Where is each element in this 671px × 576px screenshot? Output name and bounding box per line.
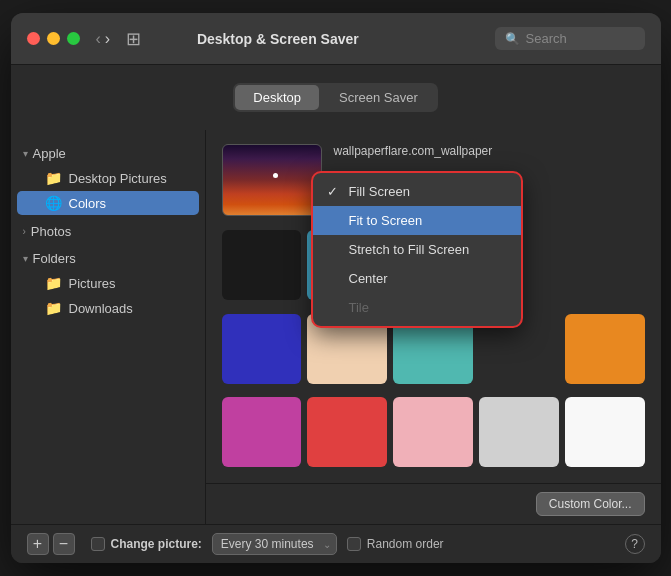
tab-wrapper: Desktop Screen Saver [233,83,437,112]
chevron-right-icon: › [23,226,26,237]
folder-icon-pictures: 📁 [45,275,62,291]
footer-bar: + − Change picture: Every 30 minutes ⌄ R… [11,524,661,563]
tab-bar: Desktop Screen Saver [11,75,661,120]
titlebar: ‹ › ⊞ Desktop & Screen Saver 🔍 Search [11,13,661,65]
position-dropdown-menu[interactable]: ✓ Fill Screen Fit to Screen Stretch to F… [312,172,522,327]
change-picture-checkbox[interactable] [91,537,105,551]
swatch-11[interactable] [479,397,559,467]
preview-dot [273,173,278,178]
chevron-down-icon: ▾ [23,148,28,159]
footer-left: + − [27,533,75,555]
dropdown-label-fill-screen: Fill Screen [349,184,410,199]
swatch-1[interactable] [222,230,302,300]
interval-dropdown-wrapper: Every 30 minutes ⌄ [212,533,337,555]
swatch-4[interactable] [222,314,302,384]
globe-icon: 🌐 [45,195,62,211]
dropdown-item-stretch[interactable]: Stretch to Fill Screen [313,235,521,264]
sidebar-item-label-pictures: Pictures [69,276,116,291]
sidebar-group-apple[interactable]: ▾ Apple [11,142,205,165]
swatch-9[interactable] [307,397,387,467]
footer-center: Change picture: Every 30 minutes ⌄ Rando… [91,533,609,555]
tab-screen-saver[interactable]: Screen Saver [321,85,436,110]
sidebar-item-label-downloads: Downloads [69,301,133,316]
swatch-empty2 [565,230,645,300]
add-button[interactable]: + [27,533,49,555]
help-button[interactable]: ? [625,534,645,554]
main-window: ‹ › ⊞ Desktop & Screen Saver 🔍 Search De… [11,13,661,563]
dropdown-label-fit-to-screen: Fit to Screen [349,213,423,228]
sidebar-item-downloads[interactable]: 📁 Downloads [17,296,199,320]
dropdown-label-stretch: Stretch to Fill Screen [349,242,470,257]
search-icon: 🔍 [505,32,520,46]
search-placeholder: Search [526,31,567,46]
dropdown-label-tile: Tile [349,300,369,315]
folder-icon-downloads: 📁 [45,300,62,316]
random-order-label: Random order [367,537,444,551]
wallpaper-name: wallpaperflare.com_wallpaper [334,144,645,158]
sidebar-item-desktop-pictures[interactable]: 📁 Desktop Pictures [17,166,199,190]
chevron-down-icon-2: ▾ [23,253,28,264]
sidebar-group-label-folders: Folders [33,251,76,266]
bottom-bar: Custom Color... [206,483,661,524]
dropdown-item-center[interactable]: Center [313,264,521,293]
swatch-10[interactable] [393,397,473,467]
sidebar-group-label-apple: Apple [33,146,66,161]
sidebar-item-colors[interactable]: 🌐 Colors [17,191,199,215]
sidebar-section-apple: ▾ Apple 📁 Desktop Pictures 🌐 Colors [11,142,205,216]
content-area: ▾ Apple 📁 Desktop Pictures 🌐 Colors › Ph… [11,130,661,524]
search-box[interactable]: 🔍 Search [495,27,645,50]
preview-info: wallpaperflare.com_wallpaper [334,144,645,164]
sidebar: ▾ Apple 📁 Desktop Pictures 🌐 Colors › Ph… [11,130,206,524]
sidebar-section-folders: ▾ Folders 📁 Pictures 📁 Downloads [11,247,205,321]
sidebar-item-label-colors: Colors [69,196,107,211]
close-button[interactable] [27,32,40,45]
dropdown-item-fill-screen[interactable]: ✓ Fill Screen [313,177,521,206]
footer-right: ? [625,534,645,554]
sidebar-group-label-photos: Photos [31,224,71,239]
preview-image [222,144,322,216]
swatch-7[interactable] [565,314,645,384]
sidebar-item-pictures[interactable]: 📁 Pictures [17,271,199,295]
sidebar-section-photos: › Photos [11,220,205,243]
remove-button[interactable]: − [53,533,75,555]
random-order-group: Random order [347,537,444,551]
random-order-checkbox[interactable] [347,537,361,551]
check-icon: ✓ [327,184,341,199]
interval-select[interactable]: Every 30 minutes [212,533,337,555]
main-content: wallpaperflare.com_wallpaper [206,130,661,524]
minimize-button[interactable] [47,32,60,45]
sidebar-group-folders[interactable]: ▾ Folders [11,247,205,270]
custom-color-button[interactable]: Custom Color... [536,492,645,516]
tab-desktop[interactable]: Desktop [235,85,319,110]
sidebar-item-label-desktop-pictures: Desktop Pictures [69,171,167,186]
change-picture-label: Change picture: [111,537,202,551]
dropdown-item-fit-to-screen[interactable]: Fit to Screen [313,206,521,235]
change-picture-group: Change picture: [91,537,202,551]
dropdown-label-center: Center [349,271,388,286]
window-title: Desktop & Screen Saver [71,31,484,47]
swatch-12[interactable] [565,397,645,467]
folder-icon: 📁 [45,170,62,186]
sidebar-group-photos[interactable]: › Photos [11,220,205,243]
dropdown-item-tile: Tile [313,293,521,322]
swatch-8[interactable] [222,397,302,467]
